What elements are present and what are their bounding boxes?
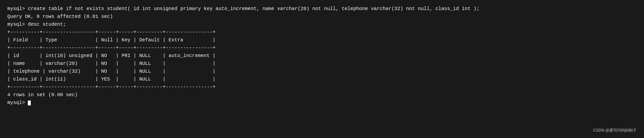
terminal-output: mysql> create table if not exists studen… bbox=[7, 5, 637, 107]
terminal-window: mysql> create table if not exists studen… bbox=[0, 0, 644, 138]
line-9: | name | varchar(20) | NO | | NULL | | bbox=[7, 60, 637, 68]
line-1: mysql> create table if not exists studen… bbox=[7, 5, 637, 13]
line-5: +----------+------------------+------+--… bbox=[7, 28, 637, 36]
line-2: Query OK, 0 rows affected (0.01 sec) bbox=[7, 13, 637, 21]
line-13: 4 rows in set (0.00 sec) bbox=[7, 91, 637, 99]
line-6: | Field | Type | Null | Key | Default | … bbox=[7, 36, 637, 44]
line-11: | class_id | int(11) | YES | | NULL | | bbox=[7, 75, 637, 83]
cursor bbox=[28, 101, 31, 105]
line-4: mysql> desc student; bbox=[7, 21, 637, 28]
line-15[interactable]: mysql> bbox=[7, 99, 637, 107]
watermark: CSDN @爱写代码的刚子 bbox=[593, 128, 637, 133]
line-7: +----------+------------------+------+--… bbox=[7, 44, 637, 52]
line-8: | id | int(10) unsigned | NO | PRI | NUL… bbox=[7, 52, 637, 60]
line-10: | telephone | varchar(32) | NO | | NULL … bbox=[7, 68, 637, 75]
line-12: +----------+------------------+------+--… bbox=[7, 83, 637, 91]
prompt-text: mysql> bbox=[7, 100, 28, 105]
